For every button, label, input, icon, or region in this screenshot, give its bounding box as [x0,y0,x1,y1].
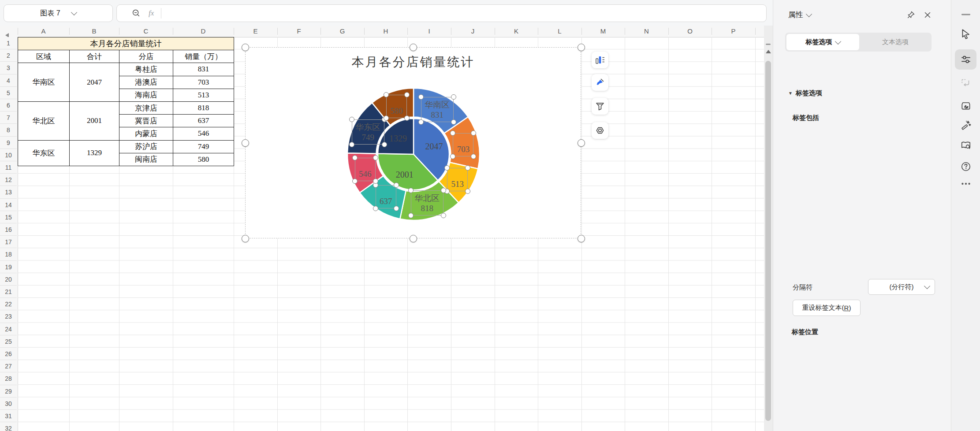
inner-data-label[interactable]: 1329 [389,134,407,144]
section-label-options[interactable]: ▼ 标签选项 [788,89,822,97]
chart-selection-handle[interactable] [242,44,249,51]
scrollbar-thumb[interactable] [765,61,771,421]
separator-dropdown[interactable]: (分行符) [868,279,935,295]
column-header-K[interactable]: K [495,26,538,37]
total-cell[interactable]: 1329 [70,140,119,166]
value-cell[interactable]: 703 [173,76,234,89]
store-cell[interactable]: 海南店 [119,89,173,101]
total-cell[interactable]: 2047 [70,63,119,102]
store-cell[interactable]: 苏沪店 [119,140,173,153]
column-header-O[interactable]: O [668,26,712,37]
label-selection-handle[interactable] [394,206,399,211]
row-header-4[interactable]: 4 [0,74,17,87]
chart-selection-handle[interactable] [242,139,249,147]
label-selection-handle[interactable] [465,165,470,171]
table-header[interactable]: 分店 [119,50,173,63]
magic-wand-tool[interactable] [959,119,973,132]
row-header-7[interactable]: 7 [0,111,17,124]
reset-label-text-button[interactable]: 重设标签文本(R) [793,300,861,316]
table-row[interactable]: 华东区1329苏沪店749 [18,140,234,153]
value-cell[interactable]: 580 [173,153,234,166]
column-headers[interactable]: ABCDEFGHIJKLMNOP [0,26,764,37]
column-header-H[interactable]: H [364,26,407,37]
chevron-down-icon[interactable] [806,11,812,17]
label-selection-handle[interactable] [373,178,378,184]
scroll-up-icon[interactable] [766,50,771,53]
store-cell[interactable]: 港澳店 [119,76,173,89]
row-header-16[interactable]: 16 [0,223,17,236]
row-header-28[interactable]: 28 [0,372,17,385]
store-cell[interactable]: 内蒙店 [119,127,173,140]
formula-bar[interactable]: fx [116,4,767,22]
table-row[interactable]: 华南区2047粤桂店831 [18,63,234,76]
chart-style-brush-button[interactable] [592,74,608,91]
chart-selection-handle[interactable] [578,139,585,147]
chart-selection-handle[interactable] [578,44,585,51]
resources-tool[interactable] [959,99,973,112]
label-selection-handle[interactable] [451,94,456,100]
label-selection-handle[interactable] [373,206,378,211]
row-header-20[interactable]: 20 [0,273,17,286]
cursor-tool[interactable] [959,27,973,41]
vertical-scrollbar[interactable] [764,26,773,431]
value-cell[interactable]: 546 [173,127,234,140]
label-selection-handle[interactable] [451,119,456,125]
outer-data-label[interactable]: 华南区831 [421,97,454,122]
inner-data-label[interactable]: 2001 [396,169,414,179]
column-header-M[interactable]: M [581,26,625,37]
chart-elements-button[interactable] [592,52,608,68]
column-header-A[interactable]: A [18,26,69,37]
outer-data-label[interactable]: 703 [453,133,473,156]
label-selection-handle[interactable] [373,155,378,160]
row-header-30[interactable]: 30 [0,398,17,410]
column-header-N[interactable]: N [625,26,668,37]
column-header-P[interactable]: P [712,26,755,37]
column-header-L[interactable]: L [538,26,581,37]
outer-data-label[interactable]: 513 [447,168,468,191]
row-header-3[interactable]: 3 [0,62,17,74]
row-header-19[interactable]: 19 [0,261,17,273]
row-header-13[interactable]: 13 [0,186,17,198]
help-tool[interactable] [959,160,973,173]
region-cell[interactable]: 华南区 [18,63,70,102]
row-header-22[interactable]: 22 [0,298,17,310]
row-header-18[interactable]: 18 [0,248,17,260]
label-selection-handle[interactable] [382,142,387,147]
more-tool[interactable] [959,177,973,190]
label-selection-handle[interactable] [418,119,424,125]
pin-icon[interactable] [906,11,915,19]
value-cell[interactable]: 831 [173,63,234,76]
label-selection-handle[interactable] [352,178,358,184]
row-header-29[interactable]: 29 [0,385,17,398]
row-header-21[interactable]: 21 [0,286,17,298]
row-header-2[interactable]: 2 [0,49,17,62]
store-cell[interactable]: 冀晋店 [119,115,173,127]
label-selection-handle[interactable] [444,165,450,171]
tab-label-options[interactable]: 标签选项 [786,34,859,50]
row-header-26[interactable]: 26 [0,348,17,360]
outer-data-label[interactable]: 华北区818 [411,190,443,216]
row-header-14[interactable]: 14 [0,199,17,211]
row-header-11[interactable]: 11 [0,161,17,174]
chevron-down-icon[interactable] [71,9,77,15]
column-header-C[interactable]: C [119,26,173,37]
region-cell[interactable]: 华东区 [18,140,70,166]
label-selection-handle[interactable] [349,117,354,122]
name-box[interactable]: 图表 7 [4,4,113,22]
close-icon[interactable] [923,11,932,19]
row-header-32[interactable]: 32 [0,422,17,431]
table-row[interactable]: 华北区2001京津店818 [18,101,234,114]
outer-data-label[interactable]: 华东区749 [352,119,384,145]
row-header-12[interactable]: 12 [0,174,17,186]
label-selection-handle[interactable] [465,189,470,194]
tab-text-options[interactable]: 文本选项 [859,33,932,52]
outer-data-label[interactable]: 546 [355,158,376,181]
split-handle[interactable] [766,44,771,45]
table-header[interactable]: 合计 [70,50,119,63]
column-header-G[interactable]: G [320,26,364,37]
chart-selection-handle[interactable] [578,235,585,242]
inner-data-label[interactable]: 2047 [425,141,443,151]
rotate-tool[interactable] [959,76,973,89]
sliders-tool[interactable] [959,53,973,66]
row-header-5[interactable]: 5 [0,87,17,99]
